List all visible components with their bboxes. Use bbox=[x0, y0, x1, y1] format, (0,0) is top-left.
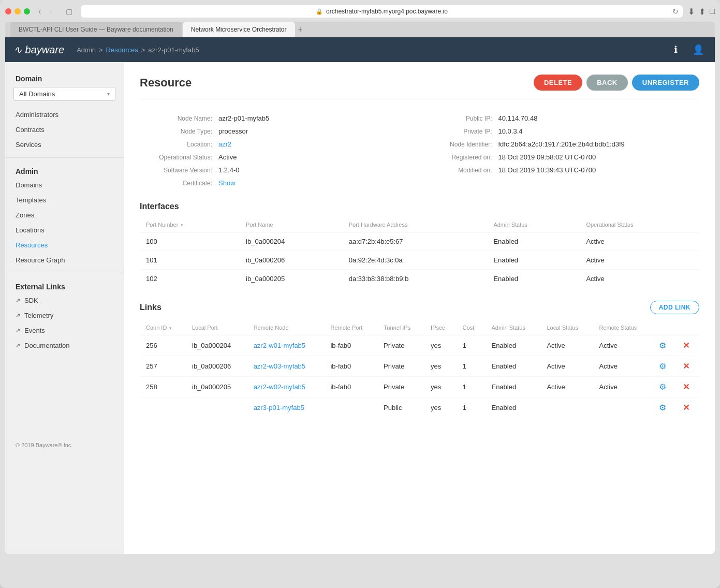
col-local-port[interactable]: Local Port bbox=[186, 320, 247, 335]
col-admin-status[interactable]: Admin Status bbox=[485, 320, 540, 335]
col-op-status[interactable]: Operational Status bbox=[580, 217, 699, 232]
maximize-button[interactable] bbox=[24, 8, 30, 14]
sidebar-item-resource-graph[interactable]: Resource Graph bbox=[5, 253, 124, 268]
breadcrumb-sep1: > bbox=[99, 46, 103, 54]
minimize-button[interactable] bbox=[14, 8, 21, 14]
breadcrumb-link[interactable]: Resources bbox=[106, 46, 138, 54]
remote-node-link[interactable]: azr2-w01-myfab5 bbox=[254, 342, 305, 349]
col-remote-node[interactable]: Remote Node bbox=[247, 320, 325, 335]
unregister-button[interactable]: UNREGISTER bbox=[632, 75, 699, 91]
sidebar-item-locations[interactable]: Locations bbox=[5, 223, 124, 238]
col-remote-port[interactable]: Remote Port bbox=[324, 320, 377, 335]
add-tab-button[interactable]: + bbox=[298, 25, 303, 34]
sidebar-item-resources[interactable]: Resources bbox=[5, 238, 124, 253]
gear-button[interactable]: ⚙ bbox=[659, 382, 666, 392]
cell-gear-action[interactable]: ⚙ bbox=[653, 356, 676, 377]
reload-button[interactable]: ↻ bbox=[672, 7, 679, 16]
sidebar-item-contracts[interactable]: Contracts bbox=[5, 122, 124, 137]
sidebar-item-administrators[interactable]: Administrators bbox=[5, 107, 124, 122]
remove-link-button[interactable]: ✕ bbox=[683, 341, 689, 350]
cell-admin-status: Enabled bbox=[485, 377, 540, 398]
gear-button[interactable]: ⚙ bbox=[659, 403, 666, 413]
gear-button[interactable]: ⚙ bbox=[659, 341, 666, 350]
back-button[interactable]: BACK bbox=[586, 75, 628, 91]
cell-gear-action[interactable]: ⚙ bbox=[653, 335, 676, 356]
cell-remote-node: azr2-w01-myfab5 bbox=[247, 335, 325, 356]
remote-node-link[interactable]: azr2-w03-myfab5 bbox=[254, 362, 305, 370]
sidebar-item-domains[interactable]: Domains bbox=[5, 178, 124, 193]
external-link-icon: ↗ bbox=[16, 342, 20, 349]
sort-icon: ▾ bbox=[181, 223, 183, 228]
lock-icon: 🔒 bbox=[316, 8, 323, 15]
cell-admin-status: Enabled bbox=[485, 398, 540, 418]
sidebar-item-label: Resources bbox=[16, 241, 48, 249]
remote-node-link[interactable]: azr2-w02-myfab5 bbox=[254, 383, 305, 391]
tab-orchestrator[interactable]: Network Microservice Orchestrator bbox=[183, 22, 295, 37]
cell-conn-id: 256 bbox=[140, 335, 186, 356]
sidebar-item-label: Zones bbox=[16, 211, 34, 219]
delete-button[interactable]: DELETE bbox=[534, 75, 582, 91]
close-button[interactable] bbox=[5, 8, 11, 14]
sidebar-item-templates[interactable]: Templates bbox=[5, 193, 124, 208]
col-admin-status[interactable]: Admin Status bbox=[487, 217, 580, 232]
admin-section-label: Admin bbox=[5, 163, 124, 178]
col-port-hw-addr[interactable]: Port Hardware Address bbox=[343, 217, 488, 232]
sidebar-item-telemetry[interactable]: ↗ Telemetry bbox=[5, 308, 124, 323]
download-icon[interactable]: ⬇ bbox=[688, 7, 695, 17]
sidebar-item-sdk[interactable]: ↗ SDK bbox=[5, 293, 124, 308]
address-bar[interactable]: 🔒 orchestrator-myfab5.myorg4.poc.bayware… bbox=[81, 5, 683, 18]
remove-link-button[interactable]: ✕ bbox=[683, 361, 689, 371]
cell-remove-action[interactable]: ✕ bbox=[677, 356, 699, 377]
field-label: Software Version: bbox=[140, 167, 212, 174]
info-icon[interactable]: ℹ bbox=[667, 41, 684, 58]
col-ipsec[interactable]: IPsec bbox=[424, 320, 457, 335]
tab-docs[interactable]: BWCTL-API CLI User Guide — Bayware docum… bbox=[10, 22, 182, 37]
certificate-link[interactable]: Show bbox=[218, 179, 236, 187]
new-tab-icon[interactable]: □ bbox=[710, 7, 715, 17]
cell-remove-action[interactable]: ✕ bbox=[677, 335, 699, 356]
field-modified-on: Modified on: 18 Oct 2019 10:39:43 UTC-07… bbox=[420, 164, 700, 177]
sidebar-item-zones[interactable]: Zones bbox=[5, 208, 124, 223]
sort-icon: ▾ bbox=[169, 326, 172, 331]
cell-admin-status: Enabled bbox=[487, 251, 580, 270]
cell-port-name: ib_0a000205 bbox=[240, 270, 343, 288]
cell-remove-action[interactable]: ✕ bbox=[677, 377, 699, 398]
domain-selector[interactable]: All Domains ▾ bbox=[13, 87, 115, 101]
col-local-status[interactable]: Local Status bbox=[540, 320, 593, 335]
cell-gear-action[interactable]: ⚙ bbox=[653, 398, 676, 418]
field-label: Location: bbox=[140, 141, 212, 148]
col-conn-id[interactable]: Conn ID ▾ bbox=[140, 320, 186, 335]
remote-node-link[interactable]: azr3-p01-myfab5 bbox=[254, 404, 304, 411]
share-icon[interactable]: ⬆ bbox=[699, 7, 706, 17]
col-cost[interactable]: Cost bbox=[457, 320, 486, 335]
cell-conn-id bbox=[140, 398, 186, 418]
layout-button[interactable]: ▢ bbox=[63, 6, 76, 17]
col-port-number[interactable]: Port Number ▾ bbox=[140, 217, 240, 232]
user-icon[interactable]: 👤 bbox=[690, 41, 707, 58]
sidebar-item-documentation[interactable]: ↗ Documentation bbox=[5, 338, 124, 353]
cell-local-port: ib_0a000205 bbox=[186, 377, 247, 398]
col-port-name[interactable]: Port Name bbox=[240, 217, 343, 232]
sidebar-item-services[interactable]: Services bbox=[5, 137, 124, 152]
external-link-icon: ↗ bbox=[16, 327, 20, 334]
col-tunnel-ips[interactable]: Tunnel IPs bbox=[377, 320, 424, 335]
sidebar-item-label: SDK bbox=[24, 297, 38, 304]
gear-button[interactable]: ⚙ bbox=[659, 361, 666, 371]
remove-link-button[interactable]: ✕ bbox=[683, 382, 689, 392]
cell-local-status: Active bbox=[540, 356, 593, 377]
location-link[interactable]: azr2 bbox=[218, 140, 231, 148]
cell-gear-action[interactable]: ⚙ bbox=[653, 377, 676, 398]
add-link-button[interactable]: ADD LINK bbox=[650, 301, 699, 314]
remove-link-button[interactable]: ✕ bbox=[683, 403, 689, 413]
sidebar-item-events[interactable]: ↗ Events bbox=[5, 323, 124, 338]
sidebar-item-label: Templates bbox=[16, 196, 46, 204]
forward-browser-button[interactable]: › bbox=[46, 6, 55, 17]
cell-remove-action[interactable]: ✕ bbox=[677, 398, 699, 418]
cell-remote-port: ib-fab0 bbox=[324, 335, 377, 356]
cell-port-hw-addr: aa:d7:2b:4b:e5:67 bbox=[343, 232, 488, 251]
table-row: azr3-p01-myfab5 Public yes 1 Enabled ⚙ ✕ bbox=[140, 398, 699, 418]
domain-section-label: Domain bbox=[5, 70, 124, 85]
col-remote-status[interactable]: Remote Status bbox=[593, 320, 653, 335]
back-browser-button[interactable]: ‹ bbox=[35, 6, 44, 17]
field-value: Active bbox=[218, 153, 237, 161]
